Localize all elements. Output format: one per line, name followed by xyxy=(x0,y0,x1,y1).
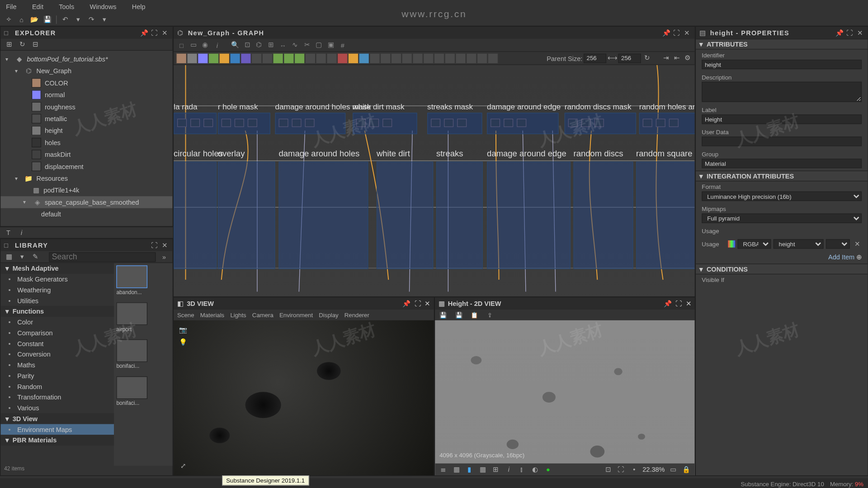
graph-canvas[interactable]: la radar hole maskdamage around holes ma… xyxy=(174,65,694,296)
graph-node[interactable] xyxy=(581,119,591,127)
node-palette-button[interactable] xyxy=(391,53,402,64)
parent-size-w[interactable] xyxy=(584,53,606,63)
graph-frame[interactable] xyxy=(218,162,275,269)
parent-size-h[interactable] xyxy=(618,53,641,63)
v2d-copy-icon[interactable]: 📋 xyxy=(469,310,479,319)
library-category[interactable]: •Constant xyxy=(0,338,114,349)
checker-icon[interactable]: ▦ xyxy=(452,465,461,474)
usage-remove-icon[interactable]: ✕ xyxy=(852,239,862,249)
tree-resources[interactable]: ▾📁 Resources xyxy=(0,172,172,184)
info-text-icon[interactable]: T xyxy=(4,228,13,237)
graph-out-icon[interactable]: ⇤ xyxy=(672,53,681,63)
graph-node[interactable] xyxy=(222,119,231,127)
graph-tb-cut-icon[interactable]: ✂ xyxy=(302,40,312,51)
graph-node[interactable] xyxy=(203,119,213,127)
refresh-size-icon[interactable]: ↻ xyxy=(642,53,651,63)
view3d-menu[interactable]: Materials xyxy=(200,312,225,319)
info-icon[interactable]: i xyxy=(504,465,514,474)
grid-icon[interactable]: ▦ xyxy=(478,465,487,474)
node-palette-button[interactable] xyxy=(251,53,262,64)
library-category[interactable]: ▾Functions xyxy=(0,306,114,317)
description-input[interactable] xyxy=(702,82,862,102)
library-category[interactable]: •Comparison xyxy=(0,328,114,338)
graph-node[interactable] xyxy=(278,119,288,127)
axis-icon[interactable]: ⤢ xyxy=(179,461,188,470)
library-category[interactable]: •Environment Maps xyxy=(0,424,114,435)
graph-frame[interactable] xyxy=(377,162,433,269)
library-thumb[interactable] xyxy=(116,265,147,288)
link-size-icon[interactable]: ⟷ xyxy=(608,53,617,63)
v2d-close-icon[interactable]: ✕ xyxy=(686,300,691,307)
node-palette-button[interactable] xyxy=(219,53,230,64)
graph-node[interactable] xyxy=(292,119,301,127)
graph-opts-icon[interactable]: ⚙ xyxy=(683,53,692,63)
view3d-menu[interactable]: Display xyxy=(319,312,338,319)
chevron-down-icon[interactable]: ▾ xyxy=(699,265,703,273)
menu-windows[interactable]: Windows xyxy=(86,2,120,11)
center-icon[interactable]: ⊡ xyxy=(603,465,613,474)
tree-output-COLOR[interactable]: COLOR xyxy=(0,77,172,89)
library-category[interactable]: •Weathering xyxy=(0,285,114,296)
node-palette-button[interactable] xyxy=(337,53,348,64)
node-palette-button[interactable] xyxy=(487,53,498,64)
prop-max-icon[interactable]: ⛶ xyxy=(846,29,854,37)
graph-node[interactable] xyxy=(517,119,526,127)
refresh-icon[interactable]: ↻ xyxy=(17,40,27,49)
zoom-fit-icon[interactable]: ⛶ xyxy=(616,465,626,474)
graph-in-icon[interactable]: ⇥ xyxy=(661,53,671,63)
add-icon[interactable]: ⊕ xyxy=(856,253,862,261)
undo-dropdown-icon[interactable]: ▾ xyxy=(73,14,83,24)
graph-node[interactable] xyxy=(356,119,366,127)
lib-view-icon[interactable]: ▦ xyxy=(4,252,14,262)
node-palette-button[interactable] xyxy=(187,53,198,64)
home-icon[interactable]: ⌂ xyxy=(17,14,26,24)
node-palette-button[interactable] xyxy=(326,53,337,64)
redo-icon[interactable]: ↷ xyxy=(86,14,96,24)
graph-tb-curve-icon[interactable]: ∿ xyxy=(289,40,300,51)
picker-icon[interactable]: ◐ xyxy=(530,465,540,474)
lib-filter-icon[interactable]: ▾ xyxy=(17,252,27,262)
node-palette-button[interactable] xyxy=(455,53,466,64)
graph-close-icon[interactable]: ✕ xyxy=(684,29,691,37)
v2d-saveall-icon[interactable]: 💾 xyxy=(454,310,463,319)
node-palette-button[interactable] xyxy=(241,53,251,64)
v3d-pin-icon[interactable]: 📌 xyxy=(402,300,410,307)
menu-edit[interactable]: Edit xyxy=(28,2,47,11)
graph-node[interactable] xyxy=(457,119,467,127)
graph-tb-pin-icon[interactable]: ▣ xyxy=(325,40,336,51)
library-category[interactable]: ▾Mesh Adaptive xyxy=(0,263,114,274)
add-item-link[interactable]: Add Item xyxy=(828,253,854,261)
node-palette-button[interactable] xyxy=(412,53,423,64)
tree-resource-child[interactable]: default xyxy=(0,208,172,220)
view3d-menu[interactable]: Environment xyxy=(279,312,313,319)
info-italic-icon[interactable]: i xyxy=(17,228,26,237)
node-palette-button[interactable] xyxy=(283,53,294,64)
maximize-icon[interactable]: ⛶ xyxy=(151,29,158,37)
graph-node[interactable] xyxy=(594,119,604,127)
mipmaps-select[interactable]: Full pyramid xyxy=(702,214,862,223)
graph-frame[interactable] xyxy=(174,162,217,269)
view3d-menu[interactable]: Scene xyxy=(177,312,194,319)
lock-icon[interactable]: 🔒 xyxy=(681,465,691,474)
library-category[interactable]: •Color xyxy=(0,317,114,328)
view3d-menu[interactable]: Camera xyxy=(252,312,274,319)
graph-node[interactable] xyxy=(643,119,652,127)
library-thumb[interactable] xyxy=(116,376,147,399)
library-category[interactable]: •Random xyxy=(0,381,114,392)
chevron-down-icon[interactable]: ▾ xyxy=(699,172,703,180)
usage-value-select[interactable]: height xyxy=(774,239,824,249)
node-palette-button[interactable] xyxy=(176,53,187,64)
new-icon[interactable]: ✧ xyxy=(4,14,13,24)
chevron-down-icon[interactable]: ▾ xyxy=(699,40,703,48)
graph-node[interactable] xyxy=(382,119,392,127)
save-icon[interactable]: 💾 xyxy=(43,14,52,24)
v2d-max-icon[interactable]: ⛶ xyxy=(675,300,682,307)
menu-file[interactable]: File xyxy=(2,2,20,11)
expand-icon[interactable]: ⊞ xyxy=(4,40,14,49)
tree-output-holes[interactable]: holes xyxy=(0,136,172,148)
graph-tb-align-icon[interactable]: ⊞ xyxy=(265,40,276,51)
menu-help[interactable]: Help xyxy=(128,2,149,11)
undo-icon[interactable]: ↶ xyxy=(60,14,70,24)
node-palette-button[interactable] xyxy=(348,53,359,64)
zoom-reset-icon[interactable]: • xyxy=(629,465,639,474)
